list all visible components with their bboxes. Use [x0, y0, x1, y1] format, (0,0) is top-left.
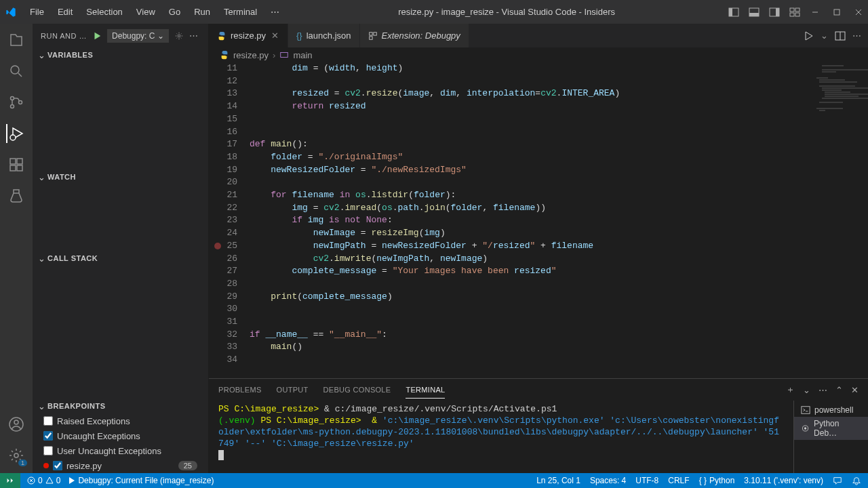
menu-go[interactable]: Go — [163, 4, 186, 20]
activity-settings[interactable]: 1 — [7, 446, 26, 465]
menu-terminal[interactable]: Terminal — [218, 4, 262, 20]
minimap[interactable] — [814, 62, 868, 378]
code-editor[interactable]: 1112131415161718192021222324252627282930… — [209, 62, 868, 378]
menu-overflow[interactable]: ⋯ — [265, 4, 285, 20]
debug-header: RUN AND … Debugpy: C ⌄ ⋯ — [33, 24, 208, 47]
svg-rect-6 — [790, 8, 794, 12]
menu-edit[interactable]: Edit — [52, 4, 78, 20]
activity-debug[interactable] — [6, 124, 25, 143]
terminal-python-debug[interactable]: Python Deb… — [794, 417, 868, 440]
layout-customize-icon[interactable] — [789, 7, 800, 18]
chevron-down-icon: ⌄ — [38, 172, 46, 182]
svg-point-19 — [10, 135, 16, 140]
activity-explorer[interactable] — [7, 30, 26, 49]
activity-extensions[interactable] — [7, 155, 26, 174]
status-eol[interactable]: CRLF — [668, 476, 689, 485]
svg-point-26 — [14, 453, 18, 458]
status-spaces[interactable]: Spaces: 4 — [590, 476, 626, 485]
debug-config-dropdown[interactable]: Debugpy: C ⌄ — [107, 29, 169, 43]
bp-line-badge: 25 — [178, 461, 197, 470]
chevron-down-icon[interactable]: ⌄ — [821, 30, 828, 41]
start-debug-icon[interactable] — [92, 31, 102, 41]
breakpoints-section-header[interactable]: ⌄BREAKPOINTS — [33, 399, 208, 413]
chevron-down-icon[interactable]: ⌄ — [803, 385, 810, 395]
activity-testing[interactable] — [7, 186, 26, 205]
activity-accounts[interactable] — [7, 415, 26, 434]
svg-point-14 — [11, 66, 19, 74]
panel-tab-problems[interactable]: PROBLEMS — [218, 382, 262, 398]
menu-view[interactable]: View — [131, 4, 161, 20]
main-area: 1 RUN AND … Debugpy: C ⌄ ⋯ ⌄VARIABLES ⌄W… — [0, 24, 868, 473]
bp-raised-exceptions[interactable]: Raised Exceptions — [33, 413, 208, 428]
close-icon[interactable] — [854, 8, 863, 16]
breakpoint-dot-icon[interactable] — [214, 243, 221, 249]
more-icon[interactable]: ⋯ — [852, 30, 861, 41]
breadcrumbs[interactable]: resize.py › main — [209, 47, 868, 62]
bp-uncaught-exceptions[interactable]: Uncaught Exceptions — [33, 428, 208, 443]
new-terminal-icon[interactable]: ＋ — [786, 384, 795, 396]
status-interpreter[interactable]: 3.10.11 ('.venv': venv) — [744, 476, 823, 485]
svg-rect-23 — [17, 159, 22, 164]
status-encoding[interactable]: UTF-8 — [635, 476, 658, 485]
svg-rect-29 — [373, 32, 376, 35]
maximize-icon[interactable] — [833, 8, 841, 16]
terminal-content[interactable]: PS C:\image_resize> & c:/image_resize/.v… — [209, 401, 793, 473]
bp-user-uncaught-exceptions[interactable]: User Uncaught Exceptions — [33, 443, 208, 458]
bp-checkbox[interactable] — [53, 461, 62, 470]
svg-rect-1 — [729, 8, 732, 16]
activity-source-control[interactable] — [7, 93, 26, 112]
menu-file[interactable]: File — [24, 4, 50, 20]
chevron-down-icon: ⌄ — [38, 401, 46, 411]
status-cursor[interactable]: Ln 25, Col 1 — [536, 476, 580, 485]
layout-bottom-icon[interactable] — [749, 7, 760, 18]
status-language[interactable]: { } Python — [699, 476, 735, 485]
terminal-powershell[interactable]: powershell — [794, 403, 868, 417]
status-bell-icon[interactable] — [852, 476, 861, 485]
split-editor-icon[interactable] — [835, 30, 846, 41]
close-panel-icon[interactable]: ✕ — [851, 385, 859, 395]
callstack-section-header[interactable]: ⌄CALL STACK — [33, 251, 208, 266]
chevron-down-icon: ⌄ — [38, 253, 46, 264]
panel-tab-output[interactable]: OUTPUT — [277, 382, 309, 398]
python-file-icon — [220, 50, 229, 60]
menu-run[interactable]: Run — [189, 4, 216, 20]
watch-section-header[interactable]: ⌄WATCH — [33, 169, 208, 184]
maximize-panel-icon[interactable]: ⌃ — [835, 385, 843, 395]
status-errors[interactable]: 0 0 — [27, 476, 60, 485]
close-icon[interactable]: ✕ — [270, 31, 279, 41]
panel-tab-debug-console[interactable]: DEBUG CONSOLE — [323, 382, 391, 398]
debug-more-icon[interactable]: ⋯ — [189, 30, 198, 41]
bp-checkbox[interactable] — [43, 446, 53, 455]
remote-indicator[interactable] — [0, 473, 20, 488]
code-content[interactable]: dim = (width, height) resized = cv2.resi… — [250, 62, 814, 378]
tab-extension-debugpy[interactable]: Extension: Debugpy — [360, 24, 469, 47]
gear-icon[interactable] — [174, 31, 184, 41]
activity-search[interactable] — [7, 62, 26, 81]
breakpoint-dot-icon — [43, 463, 49, 468]
activity-bar: 1 — [0, 24, 33, 473]
svg-rect-8 — [790, 13, 794, 16]
status-debug-config[interactable]: Debugpy: Current File (image_resize) — [67, 476, 214, 485]
variables-section-header[interactable]: ⌄VARIABLES — [33, 47, 208, 62]
layout-right-icon[interactable] — [769, 7, 780, 18]
terminal-list: powershell Python Deb… — [793, 401, 868, 473]
more-icon[interactable]: ⋯ — [818, 385, 827, 395]
bp-file-resize[interactable]: resize.py25 — [33, 458, 208, 473]
run-icon[interactable] — [803, 30, 814, 41]
svg-rect-11 — [834, 9, 840, 15]
bp-checkbox[interactable] — [43, 416, 53, 426]
extension-icon — [368, 31, 378, 41]
svg-point-36 — [804, 427, 806, 429]
tab-resize-py[interactable]: resize.py ✕ — [209, 24, 288, 47]
bp-checkbox[interactable] — [43, 431, 53, 441]
tab-launch-json[interactable]: {} launch.json — [288, 24, 359, 47]
panel-tab-terminal[interactable]: TERMINAL — [406, 382, 445, 399]
layout-left-icon[interactable] — [728, 7, 739, 18]
bottom-panel: PROBLEMS OUTPUT DEBUG CONSOLE TERMINAL ＋… — [209, 378, 868, 473]
status-feedback-icon[interactable] — [833, 476, 842, 485]
svg-line-15 — [18, 73, 22, 77]
minimize-icon[interactable] — [811, 8, 819, 16]
vscode-logo-icon — [5, 7, 16, 18]
menu-selection[interactable]: Selection — [81, 4, 127, 20]
gutter[interactable]: 1112131415161718192021222324252627282930… — [209, 62, 250, 378]
